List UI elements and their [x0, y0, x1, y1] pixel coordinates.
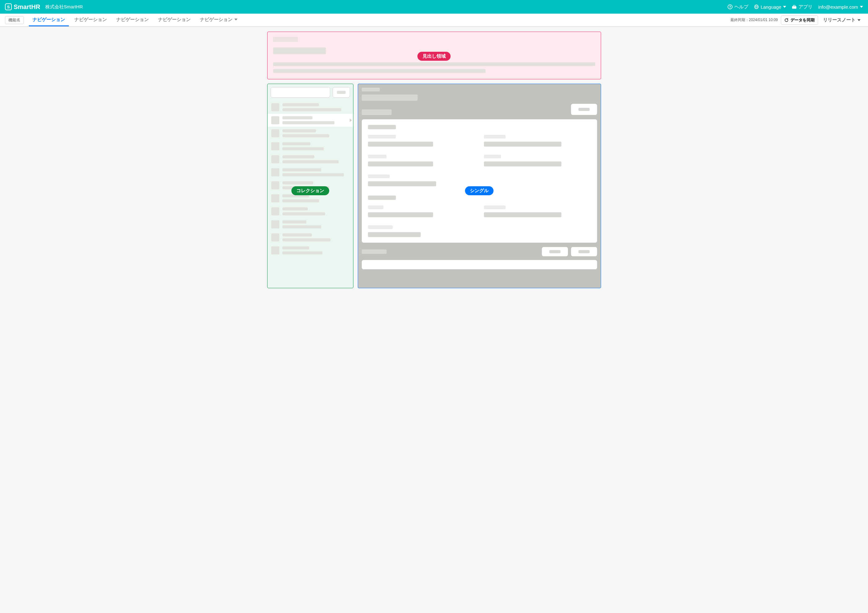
nav-tab-label: ナビゲーション — [116, 17, 149, 23]
globe-icon — [754, 4, 759, 9]
tenant-name: 株式会社SmartHR — [45, 4, 83, 10]
brand-logo-icon: S — [5, 3, 12, 10]
caret-down-icon — [234, 19, 237, 20]
nav-tab-label: ナビゲーション — [33, 17, 65, 23]
list-item-thumb — [271, 233, 279, 241]
list-item-thumb — [271, 116, 279, 124]
list-item[interactable] — [268, 218, 353, 231]
list-item-thumb — [271, 103, 279, 111]
help-link[interactable]: ? ヘルプ — [728, 4, 748, 10]
sync-text: 最終同期：2024/01/01 10:09 — [730, 17, 778, 23]
apps-link[interactable]: アプリ — [792, 4, 812, 10]
list-item-thumb — [271, 181, 279, 189]
search-button[interactable] — [333, 87, 350, 98]
single-title-placeholder — [362, 94, 418, 101]
list-item[interactable] — [268, 140, 353, 153]
list-item[interactable] — [268, 231, 353, 244]
svg-rect-5 — [792, 6, 797, 9]
nav-tab-label: ナビゲーション — [74, 17, 107, 23]
detail-card — [362, 119, 597, 243]
heading-region-badge: 見出し領域 — [418, 52, 451, 61]
help-icon: ? — [728, 4, 733, 9]
apps-label: アプリ — [798, 4, 812, 10]
section-bar-title — [362, 249, 387, 254]
list-item[interactable] — [268, 153, 353, 166]
apps-icon — [792, 4, 797, 9]
page: 見出し領域 コレクション — [266, 32, 602, 288]
collection-region: コレクション — [267, 84, 353, 288]
language-menu[interactable]: Language — [754, 4, 786, 9]
list-item[interactable] — [268, 101, 353, 114]
collection-region-badge: コレクション — [291, 186, 329, 195]
list-item-thumb — [271, 129, 279, 137]
global-header: S SmartHR 株式会社SmartHR ? ヘルプ Language アプリ… — [0, 0, 868, 14]
svg-text:?: ? — [729, 5, 731, 9]
language-label: Language — [761, 4, 781, 9]
list-item[interactable] — [268, 114, 353, 127]
card-section-title — [368, 195, 396, 200]
section-action-button[interactable] — [571, 247, 597, 256]
nav-tab[interactable]: ナビゲーション — [154, 14, 194, 26]
caret-down-icon — [857, 19, 860, 21]
list-item-thumb — [271, 207, 279, 215]
list-item-thumb — [271, 194, 279, 202]
help-label: ヘルプ — [735, 4, 748, 10]
list-item-thumb — [271, 142, 279, 150]
nav-tab-dropdown[interactable]: ナビゲーション — [196, 14, 241, 26]
refresh-icon — [784, 18, 789, 22]
brand-name: SmartHR — [14, 3, 40, 11]
description-line-placeholder — [273, 62, 595, 66]
list-item[interactable] — [268, 127, 353, 140]
single-header — [362, 88, 418, 115]
list-item[interactable] — [268, 166, 353, 179]
collection-list — [268, 101, 353, 257]
nav-bar: 機能名 ナビゲーション ナビゲーション ナビゲーション ナビゲーション ナビゲー… — [0, 14, 868, 27]
release-notes-label: リリースノート — [823, 17, 856, 23]
nav-tab[interactable]: ナビゲーション — [113, 14, 152, 26]
list-item-thumb — [271, 220, 279, 228]
single-region: シングル — [358, 84, 601, 288]
section-bar — [362, 247, 597, 256]
list-item-thumb — [271, 246, 279, 254]
primary-action-button[interactable] — [571, 104, 597, 115]
list-item[interactable] — [268, 244, 353, 257]
list-item-thumb — [271, 168, 279, 176]
sync-info: 最終同期：2024/01/01 10:09 データを同期 — [730, 14, 818, 26]
account-email: info@example.com — [818, 4, 858, 9]
nav-tabs: ナビゲーション ナビゲーション ナビゲーション ナビゲーション ナビゲーション — [29, 14, 241, 26]
nav-tab-label: ナビゲーション — [200, 17, 232, 23]
sync-button-label: データを同期 — [790, 17, 815, 23]
caret-down-icon — [783, 6, 786, 8]
list-item-thumb — [271, 155, 279, 163]
description-line-placeholder — [273, 69, 486, 73]
nav-tab-label: ナビゲーション — [158, 17, 191, 23]
eyebrow-placeholder — [362, 88, 380, 91]
nav-tab[interactable]: ナビゲーション — [71, 14, 111, 26]
sync-button[interactable]: データを同期 — [781, 15, 818, 25]
search-input[interactable] — [271, 87, 330, 98]
release-notes-menu[interactable]: リリースノート — [821, 14, 863, 26]
list-item[interactable] — [268, 205, 353, 218]
subtitle-placeholder — [362, 109, 392, 115]
page-title-placeholder — [273, 47, 326, 54]
single-region-badge: シングル — [465, 186, 493, 195]
feature-chip: 機能名 — [5, 16, 24, 24]
heading-region: 見出し領域 — [267, 32, 601, 79]
section-action-button[interactable] — [542, 247, 568, 256]
nav-tab[interactable]: ナビゲーション — [29, 14, 69, 26]
card-section-title — [368, 125, 396, 129]
table-card — [362, 260, 597, 269]
caret-down-icon — [860, 6, 863, 8]
brand[interactable]: S SmartHR — [5, 3, 40, 11]
breadcrumb-placeholder — [273, 37, 298, 42]
account-menu[interactable]: info@example.com — [818, 4, 863, 9]
header-right: ? ヘルプ Language アプリ info@example.com — [728, 4, 863, 10]
